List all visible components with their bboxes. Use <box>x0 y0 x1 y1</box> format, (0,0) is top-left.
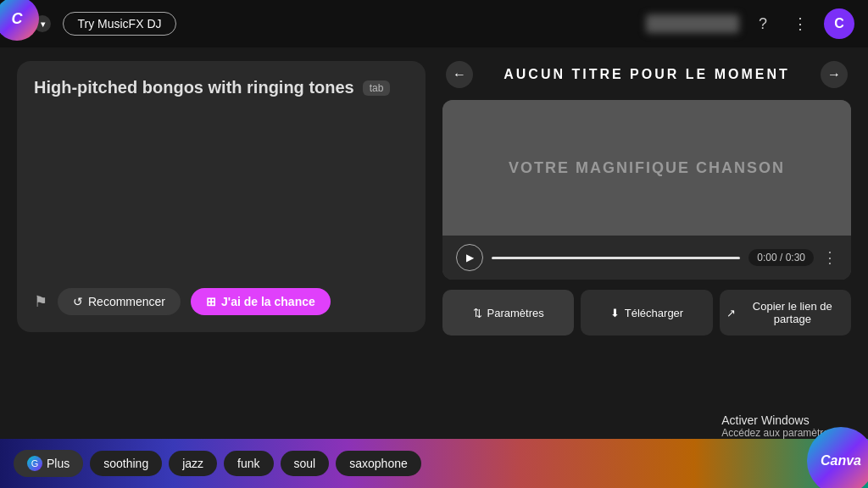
flag-button[interactable]: ⚑ <box>34 292 47 311</box>
more-menu-button[interactable]: ⋮ <box>787 10 814 37</box>
share-button[interactable]: ↗ Copier le lien de partage <box>720 290 851 336</box>
help-button[interactable]: ? <box>749 10 776 37</box>
params-button[interactable]: ⇅ Paramètres <box>442 290 574 336</box>
action-buttons: ⇅ Paramètres ⬇ Télécharger ↗ Copier le l… <box>442 290 851 336</box>
try-musicfx-button[interactable]: Try MusicFX DJ <box>63 12 175 36</box>
prompt-text: High-pitched bongos with ringing tones <box>34 78 354 97</box>
prompt-actions: ⚑ ↺ Recommencer ⊞ J'ai de la chance <box>34 288 409 315</box>
canva-bottom-text: Canva <box>821 453 861 469</box>
progress-bar[interactable] <box>492 257 740 259</box>
user-avatar[interactable]: C <box>824 8 854 39</box>
windows-title: Activer Windows <box>721 413 851 427</box>
right-panel: ← AUCUN TITRE POUR LE MOMENT → VOTRE MAG… <box>442 61 851 424</box>
tag-plus-button[interactable]: G Plus <box>14 450 83 477</box>
player-controls: ▶ 0:00 / 0:30 ⋮ <box>442 236 851 280</box>
tag-soothing-button[interactable]: soothing <box>90 451 162 476</box>
player-more-button[interactable]: ⋮ <box>822 248 837 267</box>
download-label: Télécharger <box>625 307 683 319</box>
canva-logo-top: C <box>0 0 39 41</box>
canva-logo-bottom: Canva <box>807 427 868 488</box>
share-label: Copier le lien de partage <box>741 300 844 325</box>
recommencer-button[interactable]: ↺ Recommencer <box>58 288 181 315</box>
params-label: Paramètres <box>487 307 544 319</box>
top-bar-right: ? ⋮ C <box>646 8 854 39</box>
time-display: 0:00 / 0:30 <box>748 249 814 266</box>
top-bar: C FX ▾ Try MusicFX DJ ? ⋮ C <box>0 0 868 47</box>
right-header: ← AUCUN TITRE POUR LE MOMENT → <box>442 61 851 88</box>
tag-jazz-button[interactable]: jazz <box>169 451 217 476</box>
tag-plus-label: Plus <box>47 457 70 470</box>
waveform-area: VOTRE MAGNIFIQUE CHANSON <box>442 100 851 236</box>
params-icon: ⇅ <box>473 307 482 319</box>
recommencer-label: Recommencer <box>88 295 165 308</box>
share-icon: ↗ <box>726 307 736 319</box>
chance-label: J'ai de la chance <box>221 295 315 308</box>
bottom-bar: G Plus soothing jazz funk soul saxophone <box>0 439 868 488</box>
blurred-content <box>646 14 739 33</box>
main-content: High-pitched bongos with ringing tones t… <box>0 47 868 437</box>
recommencer-icon: ↺ <box>73 295 83 308</box>
download-icon: ⬇ <box>610 307 620 319</box>
left-panel: High-pitched bongos with ringing tones t… <box>17 61 426 424</box>
play-button[interactable]: ▶ <box>456 244 483 271</box>
download-button[interactable]: ⬇ Télécharger <box>581 290 712 336</box>
chance-button[interactable]: ⊞ J'ai de la chance <box>191 288 331 315</box>
tag-soul-button[interactable]: soul <box>281 451 330 476</box>
tag-funk-button[interactable]: funk <box>224 451 273 476</box>
waveform-label: VOTRE MAGNIFIQUE CHANSON <box>509 159 785 177</box>
prompt-title-area: High-pitched bongos with ringing tones t… <box>34 78 409 97</box>
plus-icon: G <box>27 456 42 471</box>
chance-icon: ⊞ <box>206 295 216 308</box>
back-button[interactable]: ← <box>446 61 473 88</box>
forward-button[interactable]: → <box>821 61 848 88</box>
tag-saxophone-button[interactable]: saxophone <box>336 451 421 476</box>
tab-badge: tab <box>363 80 391 96</box>
player-card: VOTRE MAGNIFIQUE CHANSON ▶ 0:00 / 0:30 ⋮ <box>442 100 851 280</box>
prompt-card: High-pitched bongos with ringing tones t… <box>17 61 426 332</box>
track-title: AUCUN TITRE POUR LE MOMENT <box>483 67 810 82</box>
